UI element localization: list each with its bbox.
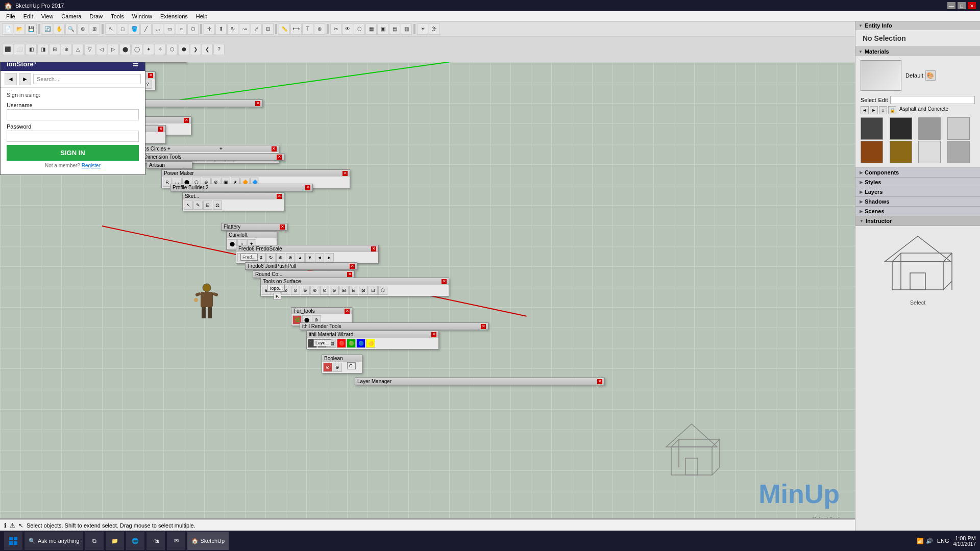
ts-10[interactable]: ⊟ bbox=[349, 286, 358, 295]
ext-back-btn[interactable]: ◄ bbox=[5, 73, 17, 85]
close-button[interactable]: ✕ bbox=[968, 2, 976, 9]
task-view-btn[interactable]: ⧉ bbox=[85, 532, 104, 550]
toolbar-artisan-header[interactable]: Artisan bbox=[147, 162, 192, 168]
toolbar-open[interactable]: 📂 bbox=[14, 23, 25, 35]
plugin-btn-1[interactable]: ⬛ bbox=[2, 44, 13, 55]
toolbar-pushpull[interactable]: ⬆ bbox=[215, 23, 227, 35]
toolbar-polygon[interactable]: ⬡ bbox=[187, 23, 199, 35]
toolbar-section[interactable]: ✂ bbox=[330, 23, 341, 35]
start-button[interactable] bbox=[4, 532, 22, 550]
menu-window[interactable]: Window bbox=[128, 12, 156, 20]
swatch-dark-gray[interactable] bbox=[890, 117, 912, 140]
menu-help[interactable]: Help bbox=[192, 12, 212, 20]
toolbar-sket-close[interactable]: ✕ bbox=[277, 194, 282, 199]
plugin-btn-2[interactable]: ⬜ bbox=[14, 44, 25, 55]
material-back-arrow[interactable]: ◄ bbox=[861, 106, 869, 114]
menu-camera[interactable]: Camera bbox=[57, 12, 85, 20]
plugin-btn-6[interactable]: ⊕ bbox=[61, 44, 72, 55]
toolbar-arcs-circles-close[interactable]: ✕ bbox=[272, 146, 277, 152]
material-lock[interactable]: 🔒 bbox=[888, 106, 896, 114]
fscale-9[interactable]: ◄ bbox=[315, 253, 324, 262]
fscale-7[interactable]: ▲ bbox=[296, 253, 305, 262]
ts-5[interactable]: ⊚ bbox=[301, 286, 310, 295]
plugin-btn-13[interactable]: ✦ bbox=[143, 44, 154, 55]
toolbar-pan[interactable]: ✋ bbox=[54, 23, 65, 35]
fscale-8[interactable]: ▼ bbox=[305, 253, 314, 262]
toolbar-flattery-header[interactable]: Flattery ✕ bbox=[222, 223, 287, 230]
fscale-6[interactable]: ⊗ bbox=[286, 253, 295, 262]
mail-btn[interactable]: ✉ bbox=[167, 532, 185, 550]
fscale-3[interactable]: ⇕ bbox=[257, 253, 266, 262]
toolbar-jointpushpull-header[interactable]: Fredo6 JointPushPull ✕ bbox=[246, 263, 357, 269]
components-section[interactable]: ▶ Components bbox=[855, 168, 980, 178]
entity-info-header[interactable]: ▼ Entity Info bbox=[855, 21, 980, 30]
instructor-section[interactable]: ▼ Instructor bbox=[855, 216, 980, 226]
toolbar-line[interactable]: ╱ bbox=[140, 23, 152, 35]
ts-8[interactable]: ⊝ bbox=[330, 286, 339, 295]
toolbar-sculpt-tools-close[interactable]: ✕ bbox=[184, 118, 189, 123]
toolbar-profile-builder-close[interactable]: ✕ bbox=[305, 185, 310, 190]
toolbar-boolean-header[interactable]: Boolean bbox=[322, 355, 362, 362]
plugin-btn-18[interactable]: ❮ bbox=[202, 44, 213, 55]
material-fwd-arrow[interactable]: ► bbox=[870, 106, 878, 114]
sket-2[interactable]: ✎ bbox=[193, 201, 203, 210]
fscale-10[interactable]: ► bbox=[325, 253, 334, 262]
edge-btn[interactable]: 🌐 bbox=[126, 532, 144, 550]
scenes-section[interactable]: ▶ Scenes bbox=[855, 207, 980, 216]
toolbar-fur-tools-header[interactable]: Fur_tools ✕ bbox=[291, 308, 352, 314]
imat-6[interactable]: 🔵 bbox=[356, 339, 365, 348]
styles-section[interactable]: ▶ Styles bbox=[855, 178, 980, 187]
bool-2[interactable]: ⊕ bbox=[333, 363, 342, 372]
material-default-swatch[interactable] bbox=[861, 60, 901, 91]
menu-view[interactable]: View bbox=[37, 12, 58, 20]
layers-section[interactable]: ▶ Layers bbox=[855, 187, 980, 197]
toolbar-move[interactable]: ✛ bbox=[204, 23, 215, 35]
toolbar-shadows[interactable]: ☀ bbox=[417, 23, 428, 35]
swatch-light-concrete[interactable] bbox=[947, 117, 970, 140]
toolbar-profile-builder-header[interactable]: Profile Builder 2 ✕ bbox=[170, 184, 312, 191]
ts-13[interactable]: ⬡ bbox=[378, 286, 387, 295]
plugin-btn-17[interactable]: ❯ bbox=[190, 44, 201, 55]
ext-password-input[interactable] bbox=[7, 131, 139, 142]
toolbar-round-corners-header[interactable]: Round Co... ✕ bbox=[253, 271, 354, 278]
toolbar-place-shapes-close[interactable]: ✕ bbox=[255, 101, 260, 106]
maximize-button[interactable]: □ bbox=[958, 2, 966, 9]
swatch-tile[interactable] bbox=[918, 141, 941, 163]
toolbar-followme[interactable]: ↝ bbox=[239, 23, 250, 35]
toolbar-orbit[interactable]: 🔄 bbox=[42, 23, 53, 35]
ts-4[interactable]: ⊙ bbox=[291, 286, 300, 295]
toolbar-offset[interactable]: ⊟ bbox=[262, 23, 274, 35]
toolbar-round-corners-close[interactable]: ✕ bbox=[347, 272, 352, 277]
toolbar-fog[interactable]: 🌫 bbox=[429, 23, 440, 35]
toolbar-scale[interactable]: ⤢ bbox=[251, 23, 262, 35]
search-button[interactable]: 🔍 Ask me anything bbox=[24, 532, 83, 550]
sket-3[interactable]: ⊟ bbox=[203, 201, 212, 210]
toolbar-ithil-render-header[interactable]: ithil Render Tools ✕ bbox=[300, 323, 488, 330]
toolbar-mono[interactable]: ▥ bbox=[401, 23, 412, 35]
toolbar-3darcstudio-close[interactable]: ✕ bbox=[148, 73, 153, 78]
fscale-4[interactable]: ↻ bbox=[266, 253, 276, 262]
toolbar-zoomwin[interactable]: ⊞ bbox=[89, 23, 100, 35]
toolbar-power-maker-header[interactable]: Power Maker ✕ bbox=[162, 170, 350, 177]
sket-4[interactable]: ⚖ bbox=[213, 201, 222, 210]
toolbar-shaded[interactable]: ▣ bbox=[377, 23, 388, 35]
materials-header[interactable]: ▼ Materials bbox=[855, 47, 980, 56]
menu-tools[interactable]: Tools bbox=[107, 12, 128, 20]
ext-username-input[interactable] bbox=[7, 109, 139, 120]
toolbar-axes[interactable]: ⊕ bbox=[314, 23, 325, 35]
plugin-btn-3[interactable]: ◧ bbox=[26, 44, 37, 55]
toolbar-dimension-close[interactable]: ✕ bbox=[277, 155, 282, 160]
store-btn[interactable]: 🛍 bbox=[146, 532, 165, 550]
toolbar-fredoscale-header[interactable]: Fredo6 FredoScale ✕ bbox=[236, 245, 378, 252]
toolbar-perpendicular-close[interactable]: ✕ bbox=[158, 127, 163, 132]
toolbar-arcs-circles-header[interactable]: Arcs Circles + + ✕ bbox=[137, 145, 279, 152]
toolbar-curviloft-header[interactable]: Curviloft bbox=[227, 232, 277, 238]
toolbar-erase[interactable]: ◻ bbox=[117, 23, 128, 35]
menu-draw[interactable]: Draw bbox=[85, 12, 107, 20]
fscale-5[interactable]: ⊕ bbox=[276, 253, 285, 262]
toolbar-new[interactable]: 📄 bbox=[2, 23, 13, 35]
minimize-button[interactable]: — bbox=[947, 2, 955, 9]
menu-edit[interactable]: Edit bbox=[19, 12, 37, 20]
imat-4[interactable]: 🔴 bbox=[337, 339, 346, 348]
toolbar-zoom[interactable]: 🔍 bbox=[65, 23, 77, 35]
